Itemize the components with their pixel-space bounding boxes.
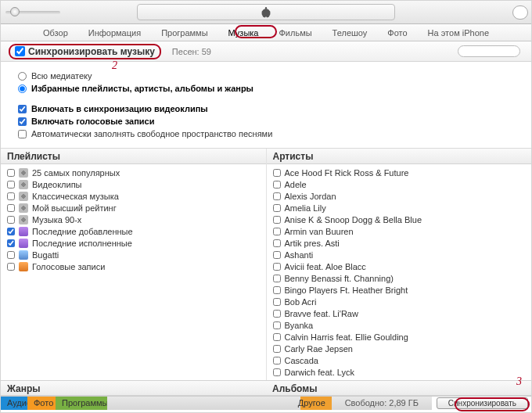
artist-item[interactable]: Alexis Jordan bbox=[267, 190, 532, 202]
apple-logo-icon bbox=[261, 7, 271, 18]
artist-item[interactable]: Armin van Buuren bbox=[267, 225, 532, 237]
artist-item[interactable]: Cascada bbox=[267, 354, 532, 366]
playlist-icon bbox=[19, 168, 28, 178]
cap-audio: Аудио bbox=[1, 397, 27, 410]
artist-item[interactable]: Darwich feat. Lyck bbox=[267, 366, 532, 378]
tab-6[interactable]: Фото bbox=[383, 27, 412, 39]
playlist-icon bbox=[19, 180, 28, 189]
playlist-item[interactable]: Музыка 90-х bbox=[1, 214, 266, 225]
artists-list[interactable]: Ace Hood Ft Rick Ross & FutureAdeleAlexi… bbox=[267, 164, 532, 380]
tab-0[interactable]: Обзор bbox=[38, 27, 73, 39]
song-count: Песен: 59 bbox=[172, 47, 211, 56]
tab-2[interactable]: Программы bbox=[156, 27, 212, 39]
playlists-column: Плейлисты 25 самых популярныхВидеоклипыК… bbox=[1, 149, 267, 380]
lower-headers: Жанры Альбомы bbox=[1, 380, 531, 396]
playlist-item[interactable]: Последние добавленные bbox=[1, 225, 266, 237]
radio-all-library[interactable]: Всю медиатеку bbox=[18, 71, 514, 81]
artists-header: Артисты bbox=[267, 149, 532, 164]
playlist-item[interactable]: Bugatti bbox=[1, 249, 266, 260]
playlist-icon bbox=[19, 227, 28, 236]
annotation-3: 3 bbox=[516, 375, 522, 388]
tab-3[interactable]: Музыка bbox=[224, 27, 264, 39]
tab-5[interactable]: Телешоу bbox=[328, 27, 372, 39]
volume-slider[interactable] bbox=[5, 11, 60, 14]
artist-item[interactable]: Bingo Players Ft. Heather Bright bbox=[267, 284, 532, 296]
artist-item[interactable]: Calvin Harris feat. Ellie Goulding bbox=[267, 331, 532, 343]
playlist-item[interactable]: Голосовые записи bbox=[1, 260, 266, 272]
window-toolbar bbox=[1, 1, 531, 24]
playlist-icon bbox=[19, 239, 28, 248]
artist-item[interactable]: David Guetta & Afrojack Feat. Wynter Gor… bbox=[267, 378, 532, 380]
search-toggle[interactable] bbox=[512, 5, 528, 20]
playlist-icon bbox=[19, 203, 28, 213]
cap-free-space bbox=[107, 397, 300, 410]
capacity-bar: Аудио Фото Программы Другое Свободно: 2,… bbox=[1, 396, 531, 409]
annotation-2: 2 bbox=[112, 59, 117, 72]
sync-header: Синхронизировать музыку Песен: 59 bbox=[1, 41, 531, 62]
genres-header: Жанры bbox=[1, 381, 266, 396]
playlist-item[interactable]: Классическая музыка bbox=[1, 190, 266, 202]
option-check-0[interactable]: Включать в синхронизацию видеоклипы bbox=[18, 104, 514, 113]
artist-item[interactable]: Avicii feat. Aloe Blacc bbox=[267, 260, 532, 272]
content-columns: Плейлисты 25 самых популярныхВидеоклипыК… bbox=[1, 149, 531, 380]
artist-item[interactable]: Amelia Lily bbox=[267, 202, 532, 214]
tab-7[interactable]: На этом iPhone bbox=[423, 27, 494, 39]
sync-music-checkbox[interactable]: Синхронизировать музыку bbox=[9, 44, 161, 59]
tab-1[interactable]: Информация bbox=[84, 27, 146, 39]
playlist-item[interactable]: Последние исполненные bbox=[1, 237, 266, 249]
cap-apps: Программы bbox=[56, 397, 107, 410]
playlist-icon bbox=[19, 192, 28, 201]
sync-music-label: Синхронизировать музыку bbox=[28, 46, 155, 57]
tab-4[interactable]: Фильмы bbox=[274, 27, 316, 39]
artist-item[interactable]: Anise K & Snoop Dogg & Bella Blue bbox=[267, 214, 532, 225]
sync-options: Всю медиатеку Избранные плейлисты, артис… bbox=[1, 62, 531, 149]
sync-button[interactable]: Синхронизировать bbox=[437, 397, 528, 409]
device-tabs: ОбзорИнформацияПрограммыМузыкаФильмыТеле… bbox=[1, 24, 531, 41]
artist-item[interactable]: Bravve feat. Li'Raw bbox=[267, 307, 532, 319]
albums-header: Альбомы bbox=[266, 381, 531, 396]
now-playing-pill bbox=[137, 4, 395, 20]
playlist-item[interactable]: 25 самых популярных bbox=[1, 167, 266, 178]
artists-column: Артисты Ace Hood Ft Rick Ross & FutureAd… bbox=[267, 149, 532, 380]
playlists-list[interactable]: 25 самых популярныхВидеоклипыКлассическа… bbox=[1, 164, 266, 380]
option-check-1[interactable]: Включать голосовые записи bbox=[18, 117, 514, 126]
artist-item[interactable]: Benny Benassi ft. Channing) bbox=[267, 272, 532, 284]
playlist-icon bbox=[19, 250, 28, 260]
playlist-icon bbox=[19, 262, 28, 271]
filter-search[interactable] bbox=[458, 45, 520, 57]
option-check-2[interactable]: Автоматически заполнять свободное простр… bbox=[18, 129, 514, 138]
artist-item[interactable]: Ace Hood Ft Rick Ross & Future bbox=[267, 167, 532, 178]
artist-item[interactable]: Carly Rae Jepsen bbox=[267, 343, 532, 354]
artist-item[interactable]: Adele bbox=[267, 178, 532, 190]
artist-item[interactable]: Ashanti bbox=[267, 249, 532, 260]
radio-selected-items[interactable]: Избранные плейлисты, артисты, альбомы и … bbox=[18, 84, 514, 93]
cap-other: Другое bbox=[300, 397, 332, 410]
playlist-item[interactable]: Мой высший рейтинг bbox=[1, 202, 266, 214]
artist-item[interactable]: Byanka bbox=[267, 319, 532, 331]
artist-item[interactable]: Artik pres. Asti bbox=[267, 237, 532, 249]
cap-free-label: Свободно: 2,89 ГБ bbox=[332, 397, 432, 410]
artist-item[interactable]: Bob Acri bbox=[267, 296, 532, 307]
playlists-header: Плейлисты bbox=[1, 149, 266, 164]
playlist-icon bbox=[19, 215, 28, 224]
playlist-item[interactable]: Видеоклипы bbox=[1, 178, 266, 190]
volume-thumb[interactable] bbox=[10, 7, 20, 16]
cap-photo: Фото bbox=[27, 397, 56, 410]
sync-music-input[interactable] bbox=[15, 46, 25, 56]
